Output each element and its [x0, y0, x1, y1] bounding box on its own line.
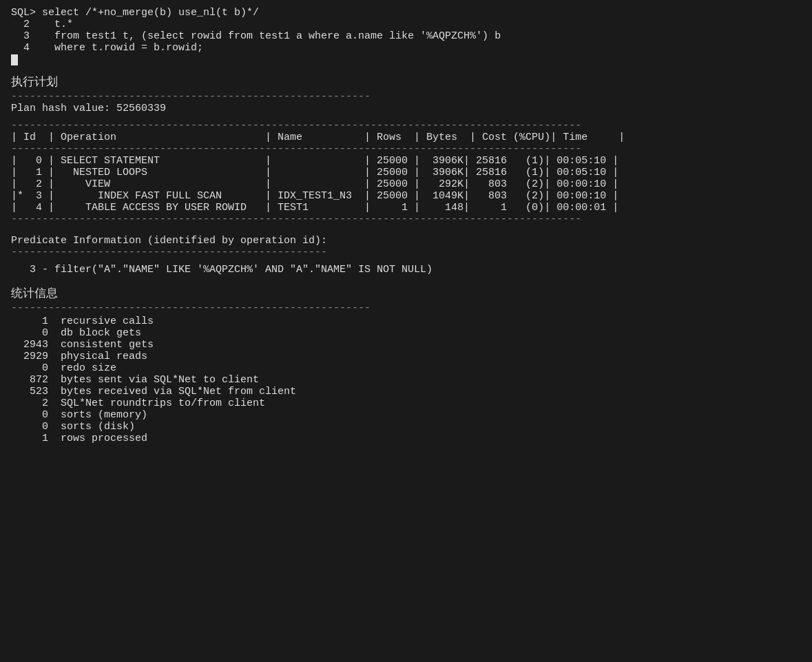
plan-divider1: ----------------------------------------…: [11, 91, 801, 103]
stats-row: 0 redo size: [11, 362, 801, 374]
sql-cursor: [11, 54, 801, 65]
table-top-border: ----------------------------------------…: [11, 120, 801, 132]
stats-row: 1 recursive calls: [11, 316, 801, 327]
predicate-section: Predicate Information (identified by ope…: [11, 235, 801, 276]
execution-plan-title: 执行计划: [11, 74, 801, 90]
statistics-title: 统计信息: [11, 285, 801, 301]
predicate-divider: ----------------------------------------…: [11, 247, 801, 258]
stats-row: 872 bytes sent via SQL*Net to client: [11, 374, 801, 386]
stats-row: 2929 physical reads: [11, 351, 801, 362]
stats-row: 2943 consistent gets: [11, 339, 801, 351]
execution-plan-section: 执行计划 -----------------------------------…: [11, 74, 801, 225]
stats-divider: ----------------------------------------…: [11, 302, 801, 314]
table-row-0: | 0 | SELECT STATEMENT | | 25000 | 3906K…: [11, 155, 801, 167]
statistics-section: 统计信息 -----------------------------------…: [11, 285, 801, 444]
stats-table: 1 recursive calls 0 db block gets 2943 c…: [11, 316, 801, 444]
plan-hash: Plan hash value: 52560339: [11, 103, 801, 114]
stats-row: 0 sorts (disk): [11, 421, 801, 433]
stats-row: 2 SQL*Net roundtrips to/from client: [11, 397, 801, 409]
sql-block: SQL> select /*+no_merge(b) use_nl(t b)*/…: [11, 7, 801, 65]
predicate-title: Predicate Information (identified by ope…: [11, 235, 801, 247]
table-body: | 0 | SELECT STATEMENT | | 25000 | 3906K…: [11, 155, 801, 214]
terminal: SQL> select /*+no_merge(b) use_nl(t b)*/…: [11, 7, 801, 444]
table-row-1: | 1 | NESTED LOOPS | | 25000 | 3906K| 25…: [11, 167, 801, 178]
table-row-2: | 2 | VIEW | | 25000 | 292K| 803 (2)| 00…: [11, 178, 801, 190]
table-row-3: |* 3 | INDEX FAST FULL SCAN | IDX_TEST1_…: [11, 190, 801, 202]
sql-line4: 4 where t.rowid = b.rowid;: [11, 42, 801, 54]
sql-line3: 3 from test1 t, (select rowid from test1…: [11, 30, 801, 42]
table-header-border: ----------------------------------------…: [11, 143, 801, 155]
predicate-line: 3 - filter("A"."NAME" LIKE '%AQPZCH%' AN…: [11, 264, 801, 276]
stats-row: 1 rows processed: [11, 433, 801, 444]
stats-row: 0 db block gets: [11, 327, 801, 339]
sql-line2: 2 t.*: [11, 19, 801, 30]
table-row-4: | 4 | TABLE ACCESS BY USER ROWID | TEST1…: [11, 202, 801, 214]
sql-line1: SQL> select /*+no_merge(b) use_nl(t b)*/: [11, 7, 801, 19]
stats-row: 0 sorts (memory): [11, 409, 801, 421]
stats-row: 523 bytes received via SQL*Net from clie…: [11, 386, 801, 397]
plan-table-container: ----------------------------------------…: [11, 120, 801, 225]
table-bottom-border: ----------------------------------------…: [11, 214, 801, 225]
table-header: | Id | Operation | Name | Rows | Bytes |…: [11, 132, 801, 143]
